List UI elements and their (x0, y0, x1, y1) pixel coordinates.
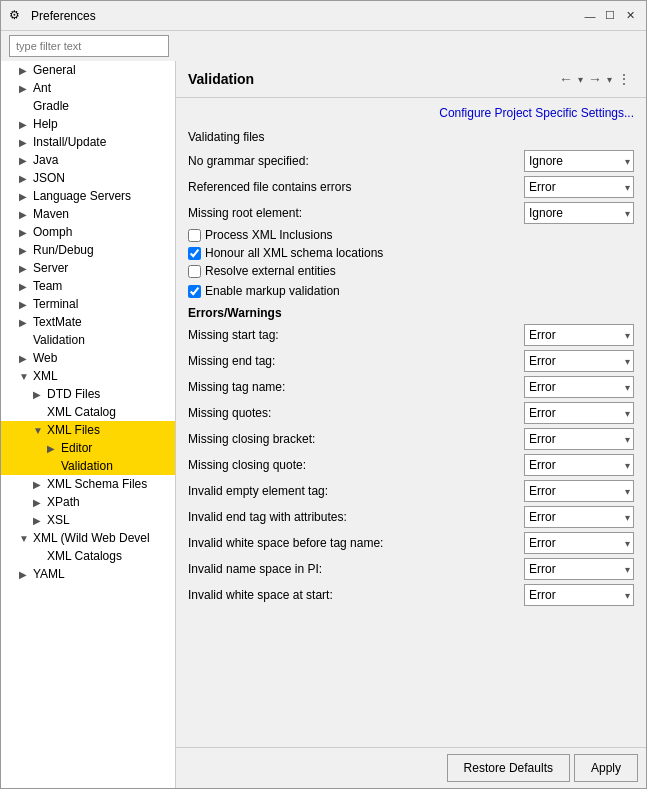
sidebar-item-xml-catalogs[interactable]: XML Catalogs (1, 547, 175, 565)
arrow-icon: ▶ (19, 263, 33, 274)
maximize-button[interactable]: ☐ (602, 8, 618, 24)
error-select-9[interactable]: Error Warning Ignore Fatal (524, 558, 634, 580)
more-button[interactable]: ⋮ (614, 69, 634, 89)
error-select-10[interactable]: Error Warning Ignore Fatal (524, 584, 634, 606)
arrow-icon: ▶ (33, 389, 47, 400)
forward-dropdown[interactable]: ▾ (607, 74, 612, 85)
error-label-9: Invalid name space in PI: (188, 562, 524, 576)
arrow-icon: ▶ (33, 515, 47, 526)
sidebar-item-ant[interactable]: ▶ Ant (1, 79, 175, 97)
error-select-1[interactable]: Error Warning Ignore Fatal (524, 350, 634, 372)
arrow-icon: ▶ (19, 173, 33, 184)
error-select-6[interactable]: Error Warning Ignore Fatal (524, 480, 634, 502)
arrow-icon (19, 101, 33, 112)
arrow-icon: ▶ (19, 299, 33, 310)
title-bar: ⚙ Preferences — ☐ ✕ (1, 1, 646, 31)
close-button[interactable]: ✕ (622, 8, 638, 24)
sidebar-item-label: Oomph (33, 225, 171, 239)
sidebar-item-xsl[interactable]: ▶ XSL (1, 511, 175, 529)
minimize-button[interactable]: — (582, 8, 598, 24)
error-row-9: Invalid name space in PI: Error Warning … (188, 558, 634, 580)
sidebar-item-maven[interactable]: ▶ Maven (1, 205, 175, 223)
resolve-external-label[interactable]: Resolve external entities (205, 264, 336, 278)
error-label-4: Missing closing bracket: (188, 432, 524, 446)
sidebar-item-server[interactable]: ▶ Server (1, 259, 175, 277)
sidebar-item-label: Validation (61, 459, 171, 473)
referenced-file-select[interactable]: Error Warning Ignore Fatal (524, 176, 634, 198)
sidebar-item-help[interactable]: ▶ Help (1, 115, 175, 133)
error-select-3[interactable]: Error Warning Ignore Fatal (524, 402, 634, 424)
resolve-external-row: Resolve external entities (188, 264, 634, 278)
errors-warnings-title: Errors/Warnings (188, 306, 634, 320)
sidebar-item-team[interactable]: ▶ Team (1, 277, 175, 295)
back-button[interactable]: ← (556, 69, 576, 89)
arrow-icon: ▶ (19, 209, 33, 220)
error-select-4[interactable]: Error Warning Ignore Fatal (524, 428, 634, 450)
sidebar-item-label: YAML (33, 567, 171, 581)
error-select-0[interactable]: Error Warning Ignore Fatal (524, 324, 634, 346)
window-icon: ⚙ (9, 8, 25, 24)
error-select-wrapper-10: Error Warning Ignore Fatal (524, 584, 634, 606)
sidebar-item-oomph[interactable]: ▶ Oomph (1, 223, 175, 241)
process-xml-label[interactable]: Process XML Inclusions (205, 228, 333, 242)
sidebar-item-terminal[interactable]: ▶ Terminal (1, 295, 175, 313)
sidebar-item-general[interactable]: ▶ General (1, 61, 175, 79)
config-project-link[interactable]: Configure Project Specific Settings... (188, 106, 634, 120)
panel-header: Validation ← ▾ → ▾ ⋮ (176, 61, 646, 98)
sidebar-item-textmate[interactable]: ▶ TextMate (1, 313, 175, 331)
sidebar-item-web[interactable]: ▶ Web (1, 349, 175, 367)
arrow-icon (33, 407, 47, 418)
error-row-7: Invalid end tag with attributes: Error W… (188, 506, 634, 528)
apply-button[interactable]: Apply (574, 754, 638, 782)
error-select-wrapper-8: Error Warning Ignore Fatal (524, 532, 634, 554)
sidebar-item-label: XML (33, 369, 171, 383)
sidebar: ▶ General ▶ Ant Gradle ▶ Help ▶ Install/… (1, 61, 176, 788)
forward-button[interactable]: → (585, 69, 605, 89)
resolve-external-checkbox[interactable] (188, 265, 201, 278)
error-select-wrapper-4: Error Warning Ignore Fatal (524, 428, 634, 450)
sidebar-item-validation[interactable]: Validation (1, 331, 175, 349)
honour-xml-checkbox[interactable] (188, 247, 201, 260)
restore-defaults-button[interactable]: Restore Defaults (447, 754, 570, 782)
sidebar-item-run-debug[interactable]: ▶ Run/Debug (1, 241, 175, 259)
sidebar-item-label: Server (33, 261, 171, 275)
preferences-window: ⚙ Preferences — ☐ ✕ ▶ General ▶ Ant Grad… (0, 0, 647, 789)
arrow-icon: ▶ (19, 353, 33, 364)
sidebar-item-json[interactable]: ▶ JSON (1, 169, 175, 187)
enable-markup-label[interactable]: Enable markup validation (205, 284, 340, 298)
sidebar-item-xml-files[interactable]: ▼ XML Files (1, 421, 175, 439)
error-select-5[interactable]: Error Warning Ignore Fatal (524, 454, 634, 476)
back-dropdown[interactable]: ▾ (578, 74, 583, 85)
sidebar-item-install-update[interactable]: ▶ Install/Update (1, 133, 175, 151)
process-xml-checkbox[interactable] (188, 229, 201, 242)
sidebar-item-xpath[interactable]: ▶ XPath (1, 493, 175, 511)
arrow-icon: ▶ (19, 281, 33, 292)
sidebar-item-label: Ant (33, 81, 171, 95)
enable-markup-checkbox[interactable] (188, 285, 201, 298)
arrow-icon: ▶ (19, 227, 33, 238)
sidebar-item-xml-wild-web[interactable]: ▼ XML (Wild Web Devel (1, 529, 175, 547)
no-grammar-select[interactable]: Ignore Error Warning Fatal (524, 150, 634, 172)
missing-root-select[interactable]: Ignore Error Warning Fatal (524, 202, 634, 224)
sidebar-item-dtd-files[interactable]: ▶ DTD Files (1, 385, 175, 403)
error-row-2: Missing tag name: Error Warning Ignore F… (188, 376, 634, 398)
arrow-icon: ▶ (47, 443, 61, 454)
error-select-8[interactable]: Error Warning Ignore Fatal (524, 532, 634, 554)
error-row-5: Missing closing quote: Error Warning Ign… (188, 454, 634, 476)
missing-root-label: Missing root element: (188, 206, 524, 220)
sidebar-item-gradle[interactable]: Gradle (1, 97, 175, 115)
arrow-icon: ▶ (19, 317, 33, 328)
sidebar-item-language-servers[interactable]: ▶ Language Servers (1, 187, 175, 205)
honour-xml-label[interactable]: Honour all XML schema locations (205, 246, 383, 260)
sidebar-item-yaml[interactable]: ▶ YAML (1, 565, 175, 583)
sidebar-item-java[interactable]: ▶ Java (1, 151, 175, 169)
sidebar-item-xml-catalog[interactable]: XML Catalog (1, 403, 175, 421)
sidebar-item-label: XML Catalogs (47, 549, 171, 563)
filter-input[interactable] (9, 35, 169, 57)
error-select-2[interactable]: Error Warning Ignore Fatal (524, 376, 634, 398)
sidebar-item-xml[interactable]: ▼ XML (1, 367, 175, 385)
sidebar-item-editor[interactable]: ▶ Editor (1, 439, 175, 457)
error-select-7[interactable]: Error Warning Ignore Fatal (524, 506, 634, 528)
sidebar-item-xml-schema-files[interactable]: ▶ XML Schema Files (1, 475, 175, 493)
sidebar-item-xml-validation[interactable]: Validation (1, 457, 175, 475)
